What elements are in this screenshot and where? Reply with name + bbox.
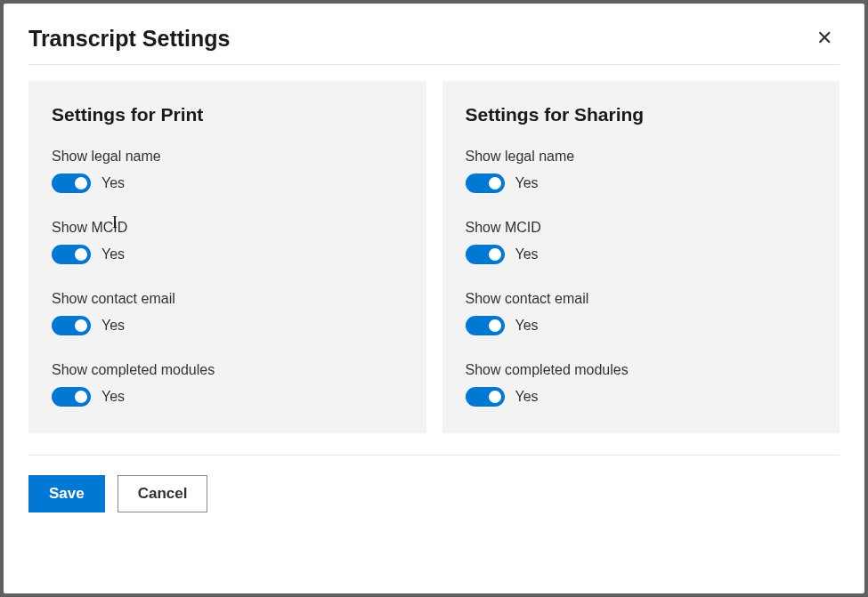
print-legal-name-setting: Show legal name Yes: [52, 149, 403, 193]
toggle-value: Yes: [101, 175, 125, 191]
print-mcid-setting: Show MCID I Yes: [52, 220, 403, 264]
toggle-wrap: Yes: [466, 245, 817, 264]
sharing-mcid-setting: Show MCID Yes: [466, 220, 817, 264]
print-completed-modules-setting: Show completed modules Yes: [52, 362, 403, 407]
sharing-settings-panel: Settings for Sharing Show legal name Yes…: [442, 81, 840, 433]
toggle-knob: [75, 319, 87, 332]
save-button[interactable]: Save: [28, 475, 105, 512]
print-panel-title: Settings for Print: [52, 104, 403, 125]
dialog-title: Transcript Settings: [28, 26, 230, 52]
print-mcid-toggle[interactable]: [52, 245, 91, 264]
toggle-value: Yes: [515, 318, 539, 334]
dialog-header: Transcript Settings ✕: [28, 25, 840, 65]
toggle-knob: [489, 177, 501, 190]
toggle-wrap: Yes: [52, 173, 403, 193]
toggle-wrap: Yes: [466, 387, 817, 407]
toggle-wrap: Yes: [52, 387, 403, 407]
setting-label: Show contact email: [52, 291, 403, 307]
toggle-knob: [75, 177, 87, 190]
toggle-knob: [489, 248, 501, 261]
toggle-value: Yes: [101, 389, 125, 405]
print-contact-email-toggle[interactable]: [52, 316, 91, 335]
print-settings-panel: Settings for Print Show legal name Yes S…: [28, 81, 426, 433]
toggle-value: Yes: [515, 246, 539, 262]
panels-container: Settings for Print Show legal name Yes S…: [28, 81, 840, 433]
toggle-knob: [489, 391, 501, 403]
toggle-value: Yes: [515, 389, 539, 405]
sharing-legal-name-setting: Show legal name Yes: [466, 149, 817, 193]
toggle-wrap: Yes: [466, 316, 817, 335]
sharing-contact-email-toggle[interactable]: [466, 316, 505, 335]
sharing-completed-modules-setting: Show completed modules Yes: [466, 362, 817, 407]
sharing-completed-modules-toggle[interactable]: [466, 387, 505, 407]
toggle-value: Yes: [101, 318, 125, 334]
print-legal-name-toggle[interactable]: [52, 173, 91, 193]
toggle-knob: [489, 319, 501, 332]
sharing-mcid-toggle[interactable]: [466, 245, 505, 264]
footer-divider: [28, 455, 840, 456]
text-cursor-icon: I: [112, 214, 118, 232]
setting-label: Show completed modules: [466, 362, 817, 378]
toggle-knob: [75, 248, 87, 261]
toggle-wrap: Yes: [52, 316, 403, 335]
sharing-contact-email-setting: Show contact email Yes: [466, 291, 817, 335]
cancel-button[interactable]: Cancel: [118, 475, 208, 512]
toggle-wrap: Yes: [52, 245, 403, 264]
setting-label: Show MCID: [466, 220, 817, 236]
setting-label: Show MCID: [52, 220, 403, 236]
toggle-knob: [75, 391, 87, 403]
print-contact-email-setting: Show contact email Yes: [52, 291, 403, 335]
toggle-value: Yes: [515, 175, 539, 191]
setting-label: Show legal name: [466, 149, 817, 165]
setting-label: Show contact email: [466, 291, 817, 307]
toggle-wrap: Yes: [466, 173, 817, 193]
print-completed-modules-toggle[interactable]: [52, 387, 91, 407]
close-icon: ✕: [816, 27, 832, 49]
dialog-footer: Save Cancel: [28, 475, 840, 512]
setting-label: Show legal name: [52, 149, 403, 165]
setting-label: Show completed modules: [52, 362, 403, 378]
close-button[interactable]: ✕: [809, 25, 840, 52]
toggle-value: Yes: [101, 246, 125, 262]
sharing-panel-title: Settings for Sharing: [466, 104, 817, 125]
transcript-settings-dialog: Transcript Settings ✕ Settings for Print…: [4, 4, 864, 593]
sharing-legal-name-toggle[interactable]: [466, 173, 505, 193]
